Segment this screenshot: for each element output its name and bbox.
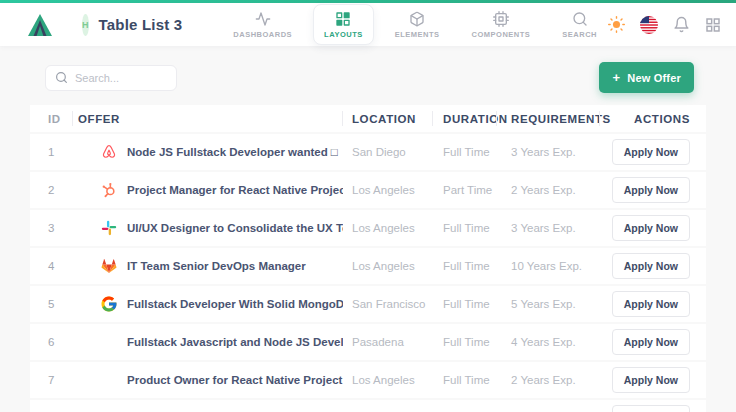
row-duration: Full Time (433, 374, 497, 386)
row-location: San Diego (343, 146, 433, 158)
grid-icon (335, 11, 351, 27)
nav-label: COMPONENTS (472, 30, 531, 39)
offer-title: UI/UX Designer to Consolidate the UX Tea… (127, 222, 343, 234)
nav-item-elements[interactable]: ELEMENTS (384, 4, 451, 45)
row-requirements: 2 Years Exp. (497, 184, 600, 196)
plus-icon: + (612, 70, 620, 85)
table-body: 1 Node JS Fullstack Developer wanted □ S… (30, 134, 706, 412)
offer-title: IT Team Senior DevOps Manager (127, 260, 306, 272)
offer-cell: Node JS Fullstack Developer wanted □ (73, 143, 343, 161)
gitlab-icon (100, 257, 118, 275)
offer-cell: Fullstack Javascript and Node JS Develop… (73, 333, 343, 351)
offer-cell: Project Manager for React Native Project (73, 181, 343, 199)
offer-title: Product Owner for React Native Project (127, 374, 342, 386)
row-id: 5 (30, 298, 73, 310)
offer-title: Node JS Fullstack Developer wanted □ (127, 146, 338, 158)
bell-icon[interactable] (673, 16, 690, 33)
row-duration: Full Time (433, 146, 497, 158)
slack-icon (100, 219, 118, 237)
offers-table: ID OFFER LOCATION DURATION REQUIREMENTS … (30, 105, 706, 412)
apply-button[interactable]: Apply Now (612, 139, 690, 165)
offer-title: Fullstack Developer With Solid MongoDB S… (127, 298, 343, 310)
row-id: 4 (30, 260, 73, 272)
row-requirements: 3 Years Exp. (497, 146, 600, 158)
offer-cell: Product Owner for React Native Project (73, 371, 343, 389)
company-icon-slot (100, 257, 118, 275)
sun-icon[interactable] (608, 16, 625, 33)
row-location: Los Angeles (343, 222, 433, 234)
hubspot-icon (100, 181, 118, 199)
table-row: 6 Fullstack Javascript and Node JS Devel… (30, 324, 706, 360)
row-duration: Full Time (433, 222, 497, 234)
row-location: San Francisco (343, 298, 433, 310)
table-row: 4 IT Team Senior DevOps Manager Los Ange… (30, 248, 706, 284)
offer-title: Fullstack Javascript and Node JS Develop… (127, 336, 343, 348)
google-icon (100, 295, 118, 313)
company-icon-slot (100, 371, 118, 389)
row-id: 7 (30, 374, 73, 386)
search-icon (55, 71, 68, 84)
nav-item-dashboards[interactable]: DASHBOARDS (222, 4, 303, 45)
row-id: 3 (30, 222, 73, 234)
search-input[interactable] (75, 72, 165, 84)
page-badge: H (82, 14, 89, 36)
row-duration: Full Time (433, 298, 497, 310)
company-icon-slot (100, 219, 118, 237)
col-actions: ACTIONS (600, 105, 706, 132)
page-title: Table List 3 (99, 16, 183, 33)
company-icon-slot (100, 295, 118, 313)
company-icon-slot (100, 333, 118, 351)
row-requirements: 10 Years Exp. (497, 260, 600, 272)
app-header: H Table List 3 DASHBOARDS LAYOUTS ELEMEN… (0, 3, 736, 46)
row-requirements: 4 Years Exp. (497, 336, 600, 348)
apps-icon[interactable] (705, 17, 721, 33)
row-id: 2 (30, 184, 73, 196)
table-row: 5 Fullstack Developer With Solid MongoDB… (30, 286, 706, 322)
apply-button[interactable]: Apply Now (612, 177, 690, 203)
row-requirements: 3 Years Exp. (497, 222, 600, 234)
apply-button[interactable]: Apply Now (612, 291, 690, 317)
row-location: Los Angeles (343, 184, 433, 196)
row-id: 6 (30, 336, 73, 348)
toolbar: +New Offer (45, 62, 694, 93)
app-logo[interactable] (28, 14, 52, 36)
row-location: Los Angeles (343, 260, 433, 272)
apply-button[interactable]: Apply Now (612, 253, 690, 279)
offer-cell: IT Team Senior DevOps Manager (73, 257, 343, 275)
cpu-icon (493, 11, 509, 27)
row-id: 1 (30, 146, 73, 158)
row-duration: Full Time (433, 260, 497, 272)
offer-cell: UI/UX Designer to Consolidate the UX Tea… (73, 219, 343, 237)
offer-cell: Fullstack Developer With Solid MongoDB S… (73, 295, 343, 313)
row-location: Los Angeles (343, 374, 433, 386)
row-duration: Part Time (433, 184, 497, 196)
nav-item-components[interactable]: COMPONENTS (461, 4, 542, 45)
col-offer: OFFER (73, 105, 343, 132)
activity-icon (255, 11, 271, 27)
company-icon-slot (100, 181, 118, 199)
table-row: 8 UI/UX Designer With Html5 and Sass Ski… (30, 400, 706, 412)
nav-item-search[interactable]: SEARCH (551, 4, 608, 45)
apply-button[interactable]: Apply Now (612, 329, 690, 355)
table-row: 2 Project Manager for React Native Proje… (30, 172, 706, 208)
apply-button[interactable]: Apply Now (612, 367, 690, 393)
col-location: LOCATION (343, 105, 433, 132)
table-row: 3 UI/UX Designer to Consolidate the UX T… (30, 210, 706, 246)
apply-button[interactable]: Apply Now (612, 405, 690, 412)
us-flag-icon[interactable] (640, 16, 658, 34)
nav-item-layouts[interactable]: LAYOUTS (313, 4, 374, 45)
col-requirements: REQUIREMENTS (497, 105, 600, 132)
table-row: 7 Product Owner for React Native Project… (30, 362, 706, 398)
main-nav: DASHBOARDS LAYOUTS ELEMENTS COMPONENTS S… (222, 4, 608, 45)
page-content: +New Offer ID OFFER LOCATION DURATION RE… (0, 46, 736, 412)
header-actions (608, 11, 736, 39)
apply-button[interactable]: Apply Now (612, 215, 690, 241)
new-offer-button[interactable]: +New Offer (599, 62, 694, 93)
offer-title: Project Manager for React Native Project (127, 184, 343, 196)
row-requirements: 5 Years Exp. (497, 298, 600, 310)
company-icon-slot (100, 143, 118, 161)
search-box[interactable] (45, 65, 177, 91)
row-requirements: 2 Years Exp. (497, 374, 600, 386)
nav-label: SEARCH (562, 30, 597, 39)
table-row: 1 Node JS Fullstack Developer wanted □ S… (30, 134, 706, 170)
